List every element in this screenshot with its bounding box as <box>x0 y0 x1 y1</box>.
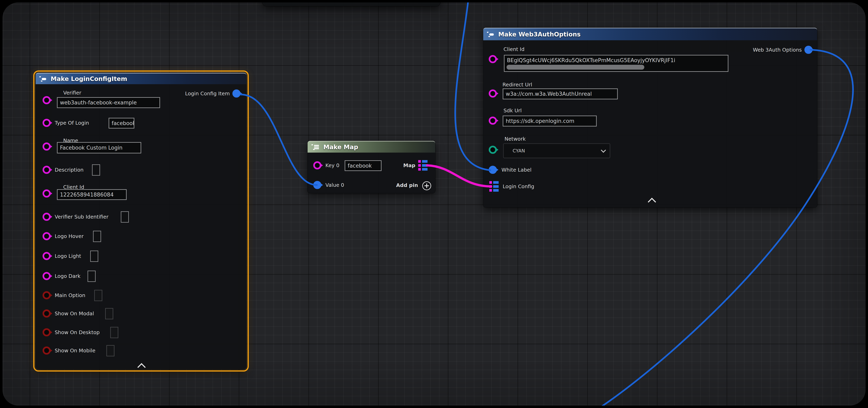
pin-show-on-desktop[interactable] <box>42 328 51 336</box>
sdk-url-input[interactable]: https://sdk.openlogin.com <box>503 115 597 127</box>
pin-label-sdk-url: Sdk Url <box>503 108 522 113</box>
show-on-mobile-checkbox[interactable] <box>106 345 115 356</box>
pin-out-login-config-item[interactable] <box>232 90 241 98</box>
verifier-sub-identifier-input[interactable] <box>121 211 129 223</box>
offscreen-node-top[interactable] <box>262 2 440 6</box>
show-on-modal-checkbox[interactable] <box>105 308 113 319</box>
pin-label-client-id: Client Id <box>503 46 525 52</box>
node-header[interactable]: Make Map <box>308 141 435 152</box>
node-header[interactable]: Make Web3AuthOptions <box>483 28 817 40</box>
node-title: Make Map <box>323 143 358 150</box>
node-title: Make LoginConfigItem <box>51 75 127 82</box>
node-make-web3authoptions[interactable]: Make Web3AuthOptions Web 3Auth Options C… <box>483 28 817 207</box>
blueprint-graph-canvas[interactable]: Make LoginConfigItem Login Config Item V… <box>2 2 866 406</box>
pin-label-login-config: Login Config <box>503 183 534 190</box>
pin-label-map: Map <box>403 163 415 168</box>
collapse-advanced-chevron[interactable] <box>137 363 146 371</box>
pin-label-redirect-url: Redirect Url <box>502 82 532 88</box>
add-pin-icon[interactable] <box>422 181 431 190</box>
pin-out-map[interactable] <box>418 160 428 171</box>
make-container-icon <box>311 143 320 151</box>
pin-client-id[interactable] <box>489 55 497 63</box>
pin-label-logo-light: Logo Light <box>55 253 81 259</box>
wire-login-config-item-to-value0[interactable] <box>241 95 317 185</box>
pin-white-label[interactable] <box>489 166 497 174</box>
pin-client-id[interactable] <box>42 190 51 198</box>
client-id-text: BEglQSgt4cUWcj6SKRdu5QkOXTsePmMcusG5EAoy… <box>507 56 675 65</box>
pin-label-verifier: Verifier <box>63 90 81 96</box>
pin-label-logo-dark: Logo Dark <box>55 273 81 279</box>
chevron-down-icon <box>601 147 606 152</box>
pin-type-of-login[interactable] <box>42 119 51 127</box>
collapse-advanced-chevron[interactable] <box>648 198 656 206</box>
main-option-checkbox[interactable] <box>94 290 102 301</box>
pin-label-network: Network <box>504 136 526 142</box>
pin-label-type-of-login: Type Of Login <box>55 120 89 126</box>
pin-label-show-on-desktop: Show On Desktop <box>55 330 100 335</box>
pin-main-option[interactable] <box>42 291 51 299</box>
pin-network[interactable] <box>489 146 497 154</box>
logo-dark-input[interactable] <box>88 271 96 282</box>
pin-key-0[interactable] <box>313 161 321 169</box>
logo-hover-input[interactable] <box>93 231 101 242</box>
pin-label-show-on-modal: Show On Modal <box>55 311 94 316</box>
pin-show-on-mobile[interactable] <box>42 346 51 354</box>
verifier-input[interactable]: web3auth-facebook-example <box>57 97 160 108</box>
pin-label-show-on-mobile: Show On Mobile <box>55 348 95 353</box>
description-input[interactable] <box>92 164 100 176</box>
pin-sdk-url[interactable] <box>489 116 497 125</box>
pin-logo-light[interactable] <box>42 252 51 260</box>
pin-label-white-label: White Label <box>501 167 531 173</box>
name-input[interactable]: Facebook Custom Login <box>57 142 141 154</box>
pin-logo-dark[interactable] <box>42 272 51 280</box>
show-on-desktop-checkbox[interactable] <box>110 327 118 338</box>
network-dropdown[interactable]: CYAN <box>503 143 610 158</box>
node-make-loginconfigitem[interactable]: Make LoginConfigItem Login Config Item V… <box>36 73 246 369</box>
pin-verifier[interactable] <box>42 96 51 104</box>
pin-label-main-option: Main Option <box>55 293 85 298</box>
pin-label-verifier-sub-identifier: Verifier Sub Identifier <box>55 214 108 220</box>
pin-verifier-sub-identifier[interactable] <box>42 213 51 221</box>
pin-label-key-0: Key 0 <box>326 163 339 168</box>
pin-redirect-url[interactable] <box>489 90 497 98</box>
make-struct-icon <box>39 75 48 82</box>
logo-light-input[interactable] <box>90 250 98 262</box>
pin-value-0[interactable] <box>313 181 321 189</box>
pin-description[interactable] <box>42 166 51 174</box>
make-struct-icon <box>487 31 495 38</box>
client-id-input[interactable]: 1222658941886084 <box>57 189 127 200</box>
type-of-login-input[interactable]: facebook <box>108 118 134 129</box>
pin-name[interactable] <box>42 142 51 150</box>
redirect-url-input[interactable]: w3a://com.w3a.Web3AuthUnreal <box>503 89 618 99</box>
network-selected-value: CYAN <box>513 148 525 154</box>
node-title: Make Web3AuthOptions <box>498 31 581 38</box>
pin-logo-hover[interactable] <box>42 232 51 240</box>
pin-label-description: Description <box>55 167 84 173</box>
client-id-scrollbar[interactable] <box>506 65 644 70</box>
add-pin-label[interactable]: Add pin <box>396 182 418 188</box>
pin-label-web3auth-options: Web 3Auth Options <box>753 47 802 53</box>
wire-map-to-login-config[interactable] <box>427 165 491 186</box>
pin-out-web3auth-options[interactable] <box>804 46 812 54</box>
pin-label-value-0: Value 0 <box>326 182 344 188</box>
pin-login-config[interactable] <box>489 181 499 192</box>
client-id-input[interactable]: BEglQSgt4cUWcj6SKRdu5QkOXTsePmMcusG5EAoy… <box>504 55 728 72</box>
pin-label-logo-hover: Logo Hover <box>55 233 84 239</box>
node-header[interactable]: Make LoginConfigItem <box>36 73 246 84</box>
node-make-map[interactable]: Make Map Key 0 facebook Map Value 0 Add … <box>308 141 435 193</box>
pin-label-login-config-item: Login Config Item <box>185 91 230 97</box>
key-0-input[interactable]: facebook <box>345 160 381 171</box>
pin-show-on-modal[interactable] <box>42 309 51 317</box>
